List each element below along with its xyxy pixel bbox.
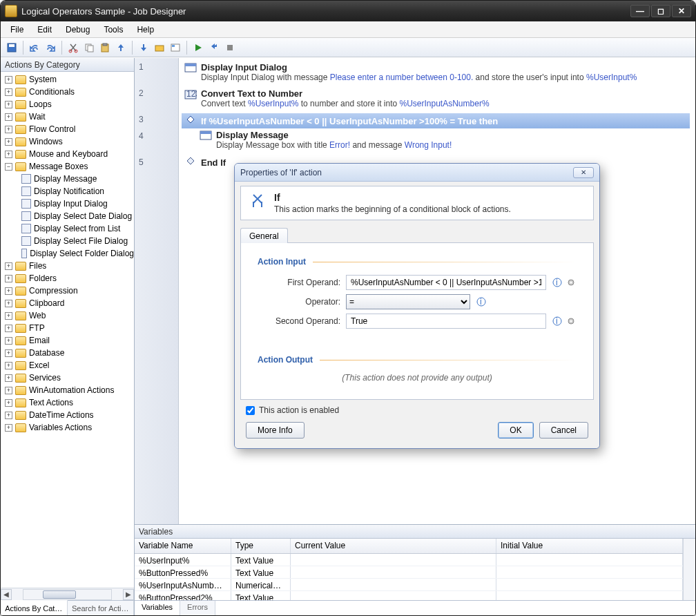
tree-item-winautomation[interactable]: +WinAutomation Actions	[2, 384, 134, 396]
dialog-close-button[interactable]: ✕	[573, 167, 594, 178]
menu-tools[interactable]: Tools	[98, 23, 128, 37]
settings-icon[interactable]	[168, 41, 182, 55]
line-number: 1	[135, 61, 178, 87]
tree-item-textactions[interactable]: +Text Actions	[2, 396, 134, 409]
step-row[interactable]: Display Input Dialog Display Input Dialo…	[182, 61, 690, 87]
second-operand-input[interactable]	[346, 314, 546, 329]
variable-row[interactable]: %UserInput%Text Value	[135, 554, 683, 566]
step-icon[interactable]	[207, 41, 221, 55]
label-operator: Operator:	[258, 297, 340, 307]
tree-item-messageboxes[interactable]: −Message Boxes	[2, 160, 134, 173]
menu-help[interactable]: Help	[131, 23, 160, 37]
scroll-right-icon[interactable]: ▶	[123, 589, 134, 600]
paste-icon[interactable]	[98, 41, 112, 55]
tab-errors[interactable]: Errors	[180, 601, 215, 615]
step-row[interactable]: 123 Convert Text to Number Convert text …	[182, 87, 690, 113]
tab-general[interactable]: General	[240, 228, 288, 243]
tree-item-clipboard[interactable]: +Clipboard	[2, 297, 134, 309]
tree-item-variables[interactable]: +Variables Actions	[2, 421, 134, 434]
tree-action-display-notification[interactable]: Display Notification	[2, 185, 134, 198]
tree-item-loops[interactable]: +Loops	[2, 98, 134, 110]
variable-row[interactable]: %ButtonPressed%Text Value	[135, 566, 683, 579]
menu-edit[interactable]: Edit	[32, 23, 57, 37]
tree-item-ftp[interactable]: +FTP	[2, 322, 134, 334]
if-icon	[184, 115, 197, 127]
tree-item-folders[interactable]: +Folders	[2, 272, 134, 285]
tree-action-select-list[interactable]: Display Select from List	[2, 222, 134, 235]
tree-item-web[interactable]: +Web	[2, 309, 134, 322]
run-icon[interactable]	[191, 41, 205, 55]
col-current[interactable]: Current Value	[291, 539, 496, 553]
tree-item-windows[interactable]: +Windows	[2, 135, 134, 148]
job-editor[interactable]: Display Input Dialog Display Input Dialo…	[179, 58, 695, 524]
variable-row[interactable]: %UserInputAsNumber%Numerical…	[135, 579, 683, 591]
col-name[interactable]: Variable Name	[135, 539, 231, 553]
minimize-button[interactable]: —	[630, 5, 650, 17]
variable-row[interactable]: %ButtonPressed2%Text Value	[135, 591, 683, 600]
cancel-button[interactable]: Cancel	[539, 422, 588, 439]
info-icon[interactable]: i	[552, 277, 563, 288]
operator-select[interactable]: =	[346, 294, 470, 309]
svg-point-21	[570, 282, 572, 284]
tree-item-database[interactable]: +Database	[2, 347, 134, 359]
dialog-action-name: If	[274, 192, 511, 203]
col-initial[interactable]: Initial Value	[496, 539, 683, 553]
undo-icon[interactable]	[28, 41, 41, 55]
gear-icon[interactable]	[566, 316, 577, 327]
menu-file[interactable]: File	[5, 23, 29, 37]
enabled-checkbox-input[interactable]	[246, 406, 255, 415]
tab-actions-by-category[interactable]: Actions By Cat…	[1, 600, 68, 615]
tree-item-flowcontrol[interactable]: +Flow Control	[2, 123, 134, 135]
step-row[interactable]: Display Message Display Message box with…	[182, 128, 690, 155]
enabled-checkbox[interactable]: This action is enabled	[246, 405, 339, 415]
info-icon[interactable]: i	[552, 316, 563, 327]
save-icon[interactable]	[5, 41, 19, 55]
scroll-left-icon[interactable]: ◀	[1, 589, 12, 600]
tree-action-select-file[interactable]: Display Select File Dialog	[2, 235, 134, 247]
stop-icon[interactable]	[223, 41, 237, 55]
tree-item-datetime[interactable]: +DateTime Actions	[2, 409, 134, 421]
tree-item-services[interactable]: +Services	[2, 372, 134, 384]
ok-button[interactable]: OK	[498, 422, 533, 439]
message-icon	[200, 130, 212, 142]
more-info-button[interactable]: More Info	[246, 422, 304, 439]
tab-search-actions[interactable]: Search for Acti…	[68, 601, 135, 615]
dialog-titlebar[interactable]: Properties of 'If' action ✕	[235, 164, 599, 182]
browse-icon[interactable]	[153, 41, 166, 55]
tree-item-mousekeyboard[interactable]: +Mouse and Keyboard	[2, 148, 134, 160]
copy-icon[interactable]	[82, 41, 96, 55]
tree-item-system[interactable]: +System	[2, 73, 134, 86]
tree-item-compression[interactable]: +Compression	[2, 285, 134, 297]
line-number: 2	[135, 87, 178, 113]
menu-debug[interactable]: Debug	[60, 23, 95, 37]
folder-icon	[15, 324, 26, 333]
tree-action-display-input-dialog[interactable]: Display Input Dialog	[2, 198, 134, 210]
tree-item-conditionals[interactable]: +Conditionals	[2, 86, 134, 98]
sidebar-hscrollbar[interactable]: ◀ ▶	[1, 588, 134, 600]
scroll-thumb[interactable]	[43, 590, 76, 599]
gear-icon[interactable]	[566, 277, 577, 288]
tree-item-wait[interactable]: +Wait	[2, 110, 134, 123]
tree-item-files[interactable]: +Files	[2, 260, 134, 272]
variables-grid[interactable]: %UserInput%Text Value %ButtonPressed%Tex…	[135, 554, 683, 600]
col-type[interactable]: Type	[231, 539, 291, 553]
maximize-button[interactable]: ◻	[651, 5, 670, 17]
tree-item-email[interactable]: +Email	[2, 334, 134, 347]
cut-icon[interactable]	[66, 41, 80, 55]
move-up-icon[interactable]	[114, 41, 128, 55]
svg-rect-5	[88, 46, 93, 52]
tree-action-select-date[interactable]: Display Select Date Dialog	[2, 210, 134, 222]
line-gutter: 1 2 3 4 5	[135, 58, 179, 524]
info-icon[interactable]: i	[476, 296, 487, 307]
move-down-icon[interactable]	[137, 41, 151, 55]
close-button[interactable]: ✕	[672, 5, 691, 17]
tab-variables[interactable]: Variables	[135, 601, 180, 615]
tree-action-select-folder[interactable]: Display Select Folder Dialog	[2, 247, 134, 260]
first-operand-input[interactable]	[346, 275, 546, 290]
tree-action-display-message[interactable]: Display Message	[2, 173, 134, 185]
step-row-selected[interactable]: If %UserInputAsNumber < 0 || UserInputAs…	[182, 113, 690, 128]
redo-icon[interactable]	[44, 41, 57, 55]
actions-tree[interactable]: +System +Conditionals +Loops +Wait +Flow…	[1, 72, 134, 588]
tree-item-excel[interactable]: +Excel	[2, 359, 134, 372]
variables-vscrollbar[interactable]	[683, 539, 695, 600]
